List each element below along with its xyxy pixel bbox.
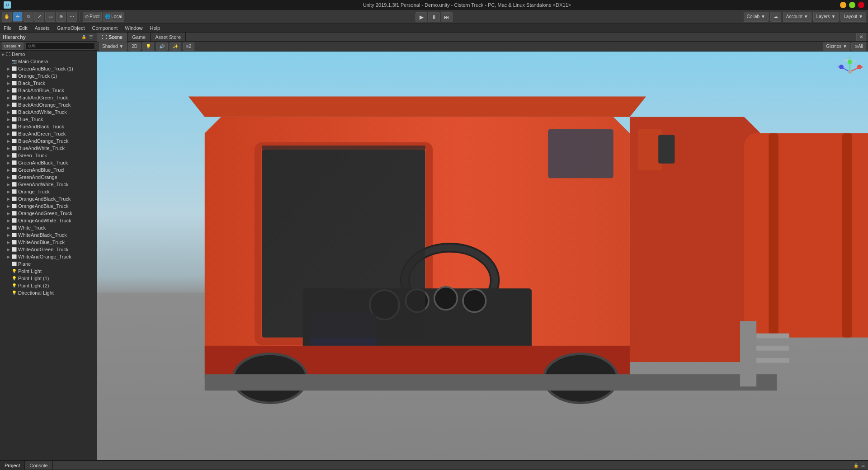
menu-component[interactable]: Component (88, 24, 121, 32)
hierarchy-item-arrow-6: ▶ (7, 96, 12, 100)
tab-project[interactable]: Project (0, 461, 25, 470)
transform-tool-button[interactable]: ⊕ (56, 12, 66, 22)
pivot-button[interactable]: ⊙ Pivot (83, 12, 102, 22)
hierarchy-item-label-1: Main Camera (18, 59, 48, 64)
hierarchy-item-31[interactable]: 💡Point Light (1) (0, 275, 97, 282)
hierarchy-item-arrow-27: ▶ (7, 248, 12, 252)
hierarchy-item-27[interactable]: ▶⬜WhiteAndGreen_Truck (0, 246, 97, 253)
hierarchy-item-26[interactable]: ▶⬜WhiteAndBlue_Truck (0, 239, 97, 246)
layers-count-button[interactable]: ≡2 (183, 42, 194, 51)
hierarchy-item-icon-3: ⬜ (12, 74, 17, 78)
hierarchy-item-3[interactable]: ▶⬜Orange_Truck (1) (0, 72, 97, 80)
maximize-button[interactable]: □ (849, 2, 855, 8)
hierarchy-item-21[interactable]: ▶⬜OrangeAndBlue_Truck (0, 202, 97, 210)
hierarchy-item-24[interactable]: ▶⬜White_Truck (0, 224, 97, 231)
hand-tool-button[interactable]: ✋ (2, 12, 12, 22)
hierarchy-title: Hierarchy (3, 34, 26, 40)
hierarchy-item-15[interactable]: ▶⬜GreenAndBlack_Truck (0, 159, 97, 166)
hierarchy-item-2[interactable]: ▶⬜GreenAndBlue_Truck (1) (0, 65, 97, 72)
hierarchy-item-28[interactable]: ▶⬜WhiteAndOrange_Truck (0, 253, 97, 260)
play-button[interactable]: ▶ (415, 12, 427, 22)
hierarchy-item-18[interactable]: ▶⬜GreenAndWhite_Truck (0, 181, 97, 188)
menu-assets[interactable]: Assets (31, 24, 53, 32)
hierarchy-item-label-18: GreenAndWhite_Truck (18, 182, 68, 187)
custom-tool-button[interactable]: ⋯ (67, 12, 77, 22)
menu-help[interactable]: Help (146, 24, 164, 32)
menu-edit[interactable]: Edit (15, 24, 31, 32)
cloud-button[interactable]: ☁ (770, 12, 781, 22)
hierarchy-item-8[interactable]: ▶⬜BlackAndWhite_Truck (0, 108, 97, 116)
step-button[interactable]: ⏭ (441, 12, 453, 22)
hierarchy-item-14[interactable]: ▶⬜Green_Truck (0, 152, 97, 159)
hierarchy-item-29[interactable]: ⬜Plane (0, 260, 97, 268)
hierarchy-create-button[interactable]: Create ▼ (2, 42, 24, 50)
top-toolbar: ✋ ✛ ↻ ⤢ ▭ ⊕ ⋯ ⊙ Pivot 🌐 Local ▶ ⏸ ⏭ Coll… (0, 10, 868, 24)
hierarchy-item-32[interactable]: 💡Point Light (2) (0, 282, 97, 289)
move-tool-button[interactable]: ✛ (13, 12, 23, 22)
account-button[interactable]: Account ▼ (783, 12, 811, 22)
layers-button[interactable]: Layers ▼ (813, 12, 839, 22)
minimize-button[interactable]: — (840, 2, 846, 8)
svg-rect-25 (205, 374, 777, 390)
tab-asset-store[interactable]: Asset Store (151, 33, 186, 42)
menu-window[interactable]: Window (121, 24, 146, 32)
hierarchy-item-label-21: OrangeAndBlue_Truck (18, 203, 69, 209)
menu-file[interactable]: File (0, 24, 15, 32)
hierarchy-item-11[interactable]: ▶⬜BlueAndGreen_Truck (0, 130, 97, 137)
hierarchy-item-16[interactable]: ▶⬜GreenAndBlue_Trucl (0, 166, 97, 174)
scene-search-button[interactable]: ⊙All (851, 42, 866, 51)
rotate-tool-button[interactable]: ↻ (24, 12, 33, 22)
tab-scene[interactable]: ⛶ Scene (97, 33, 127, 42)
light-button[interactable]: 💡 (142, 42, 154, 51)
hierarchy-item-9[interactable]: ▶⬜Blue_Truck (0, 116, 97, 123)
hierarchy-item-25[interactable]: ▶⬜WhiteAndBlack_Truck (0, 231, 97, 239)
hierarchy-create-label: Create ▼ (4, 44, 21, 48)
hierarchy-item-30[interactable]: 💡Point Light (0, 268, 97, 275)
close-button[interactable]: ✕ (858, 2, 864, 8)
scale-tool-button[interactable]: ⤢ (34, 12, 44, 22)
hierarchy-item-12[interactable]: ▶⬜BlueAndOrange_Truck (0, 137, 97, 145)
shading-dropdown[interactable]: Shaded ▼ (99, 42, 127, 51)
scene-close-button[interactable]: ✕ (856, 33, 866, 41)
collab-button[interactable]: Collab ▼ (744, 12, 769, 22)
hierarchy-item-4[interactable]: ▶⬜Black_Truck (0, 80, 97, 87)
hierarchy-item-13[interactable]: ▶⬜BlueAndWhite_Truck (0, 145, 97, 152)
hierarchy-item-17[interactable]: ▶⬜GreenAndOrange (0, 174, 97, 181)
hierarchy-item-20[interactable]: ▶⬜OrangeAndBlack_Truck (0, 195, 97, 202)
rect-tool-button[interactable]: ▭ (45, 12, 55, 22)
menu-gameobject[interactable]: GameObject (53, 24, 89, 32)
bottom-panel-lock-icon[interactable]: 🔒 (853, 462, 859, 469)
hierarchy-item-1[interactable]: 📷Main Camera (0, 58, 97, 65)
hierarchy-item-label-2: GreenAndBlue_Truck (1) (18, 66, 73, 71)
gizmos-button[interactable]: Gizmos ▼ (823, 42, 850, 51)
2d-button[interactable]: 2D (128, 42, 141, 51)
hierarchy-item-22[interactable]: ▶⬜OrangeAndGreen_Truck (0, 210, 97, 217)
hierarchy-item-23[interactable]: ▶⬜OrangeAndWhite_Truck (0, 217, 97, 224)
hierarchy-lock-icon[interactable]: 🔒 (80, 34, 87, 40)
hierarchy-item-0[interactable]: ▶⛶Demo (0, 51, 97, 58)
svg-rect-28 (756, 346, 789, 351)
svg-marker-13 (189, 96, 646, 117)
hierarchy-item-icon-26: ⬜ (12, 240, 17, 244)
effects-button[interactable]: ✨ (170, 42, 181, 51)
hierarchy-menu-icon[interactable]: ☰ (88, 34, 94, 40)
hierarchy-item-label-19: Orange_Truck (18, 189, 50, 194)
tab-console[interactable]: Console (25, 461, 52, 470)
global-button[interactable]: 🌐 Local (103, 12, 124, 22)
bottom-panel-menu-icon[interactable]: ☰ (860, 462, 866, 469)
audio-button[interactable]: 🔊 (156, 42, 168, 51)
tab-game[interactable]: Game (127, 33, 151, 42)
hierarchy-item-10[interactable]: ▶⬜BlueAndBlack_Truck (0, 123, 97, 130)
hierarchy-item-5[interactable]: ▶⬜BlackAndBlue_Truck (0, 87, 97, 94)
hierarchy-item-33[interactable]: 💡Directional Light (0, 289, 97, 296)
hierarchy-item-19[interactable]: ▶⬜Orange_Truck (0, 188, 97, 195)
hierarchy-search-input[interactable] (25, 42, 95, 50)
hierarchy-item-6[interactable]: ▶⬜BlackAndGreen_Truck (0, 94, 97, 101)
pause-button[interactable]: ⏸ (428, 12, 440, 22)
scene-viewport[interactable]: Persp X Y Z (97, 52, 868, 460)
hierarchy-item-label-17: GreenAndOrange (18, 174, 57, 180)
hierarchy-item-7[interactable]: ▶⬜BlackAndOrange_Truck (0, 101, 97, 108)
hierarchy-item-label-33: Directional Light (18, 290, 54, 296)
svg-point-42 (848, 70, 852, 74)
layout-button[interactable]: Layout ▼ (840, 12, 866, 22)
